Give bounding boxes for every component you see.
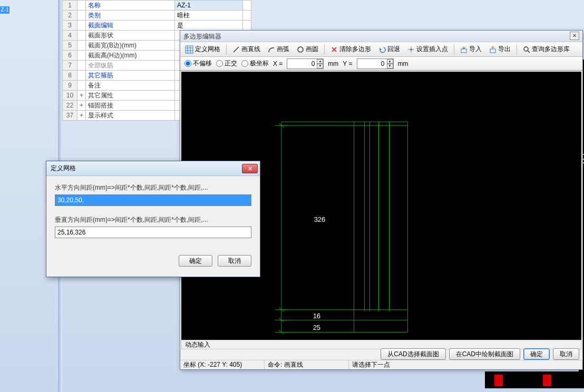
editor-status-bar: 坐标 (X: -227 Y: 405) 命令: 画直线 请选择下一点 <box>180 360 582 369</box>
query-library-button[interactable]: 查询多边形库 <box>520 43 572 55</box>
row-number: 9 <box>63 81 77 91</box>
svg-line-15 <box>528 51 530 53</box>
prop-label: 其它箍筋 <box>85 71 174 81</box>
svg-rect-13 <box>490 49 495 53</box>
v-spacing-label: 垂直方向间距(mm)=>间距*个数,间距,间距*个数,间距,... <box>55 215 251 224</box>
prop-label: 备注 <box>85 81 174 91</box>
dim-25: 25 <box>313 324 320 331</box>
undo-icon <box>378 46 386 53</box>
export-icon <box>489 46 497 53</box>
x-up[interactable]: ▲ <box>317 59 323 64</box>
expand-toggle[interactable]: + <box>77 91 85 101</box>
delete-icon <box>330 46 338 53</box>
expand-toggle <box>77 11 85 21</box>
prop-label: 截面宽(B边)(mm) <box>85 41 174 51</box>
expand-toggle <box>77 71 85 81</box>
no-offset-radio[interactable]: 不偏移 <box>184 59 212 68</box>
line-icon <box>232 46 240 53</box>
x-down[interactable]: ▼ <box>317 64 323 68</box>
editor-toolbar: 定义网格 画直线 画弧 画圆 清除多边形 回退 设置插入点 <box>180 42 582 57</box>
right-bottom-deco <box>485 371 584 388</box>
v-spacing-input[interactable] <box>55 227 251 238</box>
prop-label: 锚固搭接 <box>85 101 174 111</box>
insert-point-icon <box>407 46 415 53</box>
polar-radio[interactable]: 极坐标 <box>241 59 269 68</box>
expand-toggle <box>77 1 85 11</box>
search-icon <box>523 46 530 53</box>
table-row[interactable]: 1 名称 AZ-1 <box>63 1 251 11</box>
prop-label: 名称 <box>85 1 174 11</box>
ortho-radio[interactable]: 正交 <box>216 59 237 68</box>
export-button[interactable]: 导出 <box>486 43 513 55</box>
row-number: 6 <box>63 51 77 61</box>
editor-titlebar[interactable]: 多边形编辑器 ✕ <box>180 31 582 42</box>
dialog-close-button[interactable]: ✕ <box>242 164 258 173</box>
import-button[interactable]: 导入 <box>458 43 484 55</box>
row-number: 22 <box>63 101 77 111</box>
y-up[interactable]: ▲ <box>387 59 393 64</box>
expand-toggle[interactable]: + <box>77 111 85 121</box>
x-label: X = <box>273 60 283 67</box>
x-unit: mm <box>328 60 338 67</box>
table-row[interactable]: 3 截面编辑 是 <box>63 21 251 31</box>
dialog-titlebar[interactable]: 定义网格 ✕ <box>46 161 260 176</box>
dialog-title-text: 定义网格 <box>51 164 76 173</box>
expand-toggle <box>77 21 85 31</box>
y-label: Y = <box>343 60 352 67</box>
prop-label: 类别 <box>85 11 174 21</box>
prop-extra <box>243 11 251 21</box>
row-number: 10 <box>63 91 77 101</box>
editor-close-button[interactable]: ✕ <box>570 32 579 40</box>
draw-arc-button[interactable]: 画弧 <box>265 43 292 55</box>
undo-button[interactable]: 回退 <box>376 43 403 55</box>
prop-label: 显示样式 <box>85 111 174 121</box>
expand-toggle <box>77 41 85 51</box>
dialog-cancel-button[interactable]: 取消 <box>218 255 251 267</box>
svg-line-5 <box>233 47 239 52</box>
svg-point-6 <box>298 47 303 52</box>
y-unit: mm <box>398 60 408 67</box>
prop-value[interactable]: AZ-1 <box>174 1 242 11</box>
import-icon <box>460 46 468 53</box>
svg-rect-0 <box>186 46 193 53</box>
prop-extra <box>243 1 251 11</box>
svg-rect-12 <box>461 49 466 53</box>
dim-16: 16 <box>313 312 320 320</box>
left-tag-label: Z-1 <box>0 6 9 14</box>
row-number: 7 <box>63 61 77 71</box>
prop-value[interactable]: 是 <box>174 21 242 31</box>
expand-toggle <box>77 31 85 41</box>
prop-label: 全部纵筋 <box>85 61 174 71</box>
in-cad-button[interactable]: 在CAD中绘制截面图 <box>449 348 520 360</box>
row-number: 2 <box>63 11 77 21</box>
svg-point-14 <box>524 47 528 51</box>
prop-label: 其它属性 <box>85 91 174 101</box>
editor-cancel-button[interactable]: 取消 <box>553 348 579 360</box>
h-spacing-input[interactable] <box>55 194 251 206</box>
draw-circle-button[interactable]: 画圆 <box>294 43 321 55</box>
expand-toggle[interactable]: + <box>77 101 85 111</box>
set-insert-point-button[interactable]: 设置插入点 <box>405 43 451 55</box>
row-number: 8 <box>63 71 77 81</box>
circle-icon <box>297 46 304 53</box>
expand-toggle <box>77 81 85 91</box>
from-cad-button[interactable]: 从CAD选择截面图 <box>381 348 445 360</box>
dialog-ok-button[interactable]: 确定 <box>179 255 212 267</box>
status-prompt: 请选择下一点 <box>349 360 582 369</box>
row-number: 37 <box>63 111 77 121</box>
row-number: 4 <box>63 31 77 41</box>
editor-ok-button[interactable]: 确定 <box>523 348 550 360</box>
grid-icon <box>185 45 193 54</box>
clear-polygon-button[interactable]: 清除多边形 <box>328 43 374 55</box>
draw-line-button[interactable]: 画直线 <box>230 43 263 55</box>
table-row[interactable]: 2 类别 暗柱 <box>63 11 251 21</box>
editor-title-text: 多边形编辑器 <box>183 31 221 42</box>
y-down[interactable]: ▼ <box>387 64 393 68</box>
prop-label: 截面高(H边)(mm) <box>85 51 174 61</box>
row-number: 1 <box>63 1 77 11</box>
dim-326: 326 <box>314 215 326 223</box>
row-number: 3 <box>63 21 77 31</box>
prop-label: 截面编辑 <box>85 21 174 31</box>
define-grid-button[interactable]: 定义网格 <box>182 43 223 55</box>
prop-value[interactable]: 暗柱 <box>174 11 242 21</box>
